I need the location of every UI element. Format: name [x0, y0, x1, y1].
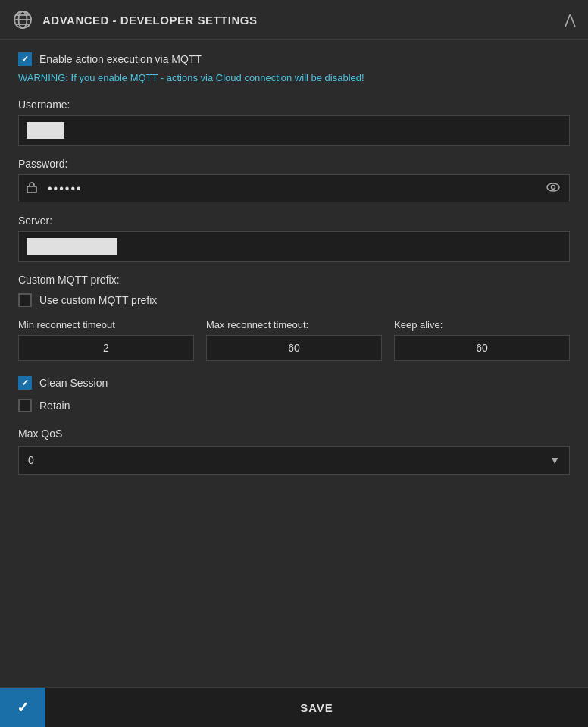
username-input-wrapper [18, 115, 570, 146]
password-section: Password: [18, 158, 570, 202]
clean-session-checkbox[interactable] [18, 376, 32, 390]
custom-mqtt-section: Custom MQTT prefix: Use custom MQTT pref… [18, 274, 570, 307]
password-input[interactable] [45, 176, 537, 202]
max-reconnect-label: Max reconnect timeout: [206, 319, 382, 331]
lock-icon [19, 175, 45, 202]
main-content: Enable action execution via MQTT WARNING… [0, 40, 588, 727]
retain-row: Retain [18, 399, 570, 412]
keep-alive-input[interactable] [394, 335, 570, 361]
clean-session-row: Clean Session [18, 376, 570, 390]
timeout-row: Min reconnect timeout Max reconnect time… [18, 319, 570, 361]
retain-label: Retain [39, 400, 70, 412]
server-section: Server: [18, 215, 570, 262]
warning-text: WARNING: If you enable MQTT - actions vi… [18, 72, 570, 83]
max-qos-label: Max QoS [18, 428, 570, 440]
min-reconnect-label: Min reconnect timeout [18, 319, 194, 331]
custom-mqtt-prefix-label: Custom MQTT prefix: [18, 274, 570, 286]
eye-icon[interactable] [537, 176, 569, 202]
save-check-button[interactable]: ✓ [0, 688, 45, 727]
clean-session-label: Clean Session [39, 377, 108, 389]
server-highlight [27, 238, 117, 255]
svg-rect-5 [27, 186, 36, 193]
username-label: Username: [18, 99, 570, 111]
keep-alive-label: Keep alive: [394, 319, 570, 331]
username-highlight [27, 122, 64, 139]
use-custom-prefix-label: Use custom MQTT prefix [39, 294, 157, 306]
header-left: ADVANCED - DEVELOPER SETTINGS [12, 9, 257, 30]
max-qos-select-wrapper: 0 1 2 ▼ [18, 446, 570, 475]
enable-mqtt-label: Enable action execution via MQTT [39, 53, 202, 65]
retain-checkbox[interactable] [18, 399, 32, 412]
password-label: Password: [18, 158, 570, 170]
use-custom-prefix-checkbox[interactable] [18, 293, 32, 307]
server-input[interactable] [125, 234, 569, 259]
username-section: Username: [18, 99, 570, 146]
globe-icon [12, 9, 33, 30]
max-reconnect-item: Max reconnect timeout: [206, 319, 382, 361]
min-reconnect-input[interactable] [18, 335, 194, 361]
max-qos-select[interactable]: 0 1 2 [19, 447, 569, 474]
keep-alive-item: Keep alive: [394, 319, 570, 361]
server-label: Server: [18, 215, 570, 227]
password-input-wrapper [18, 174, 570, 202]
svg-point-6 [547, 183, 559, 191]
enable-mqtt-row: Enable action execution via MQTT [18, 52, 570, 66]
enable-mqtt-checkbox[interactable] [18, 52, 32, 66]
max-reconnect-input[interactable] [206, 335, 382, 361]
save-button[interactable]: SAVE [45, 688, 588, 727]
header: ADVANCED - DEVELOPER SETTINGS ⋀ [0, 0, 588, 40]
svg-point-7 [552, 185, 555, 189]
save-bar: ✓ SAVE [0, 687, 588, 727]
max-qos-section: Max QoS 0 1 2 ▼ [18, 428, 570, 475]
chevron-up-icon[interactable]: ⋀ [565, 11, 576, 28]
save-check-icon: ✓ [17, 698, 30, 716]
use-custom-prefix-row: Use custom MQTT prefix [18, 293, 570, 307]
server-input-wrapper [18, 231, 570, 262]
username-input[interactable] [72, 118, 569, 143]
min-reconnect-item: Min reconnect timeout [18, 319, 194, 361]
page-title: ADVANCED - DEVELOPER SETTINGS [42, 14, 257, 27]
